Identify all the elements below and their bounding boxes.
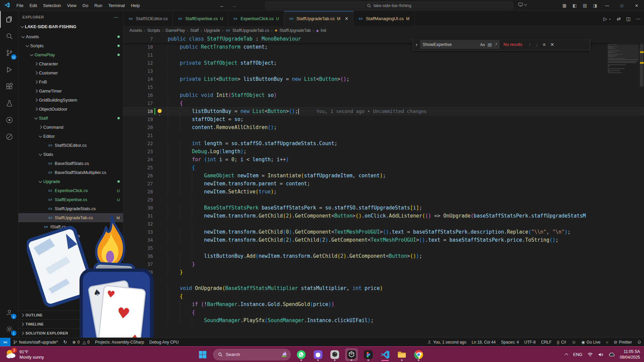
- code-line[interactable]: 31 newItem.transform.GetChild(2).GetComp…: [123, 212, 644, 220]
- code-line[interactable]: 36 listButtonBuy.Add(newItem.transform.G…: [123, 252, 644, 260]
- find-toggle-replace-icon[interactable]: ›: [413, 39, 420, 50]
- taskbar-app-chrome[interactable]: [412, 348, 425, 361]
- breadcrumb-item[interactable]: ◈Init: [316, 28, 326, 33]
- status-problems[interactable]: ⊗0△0: [70, 338, 93, 346]
- menu-terminal[interactable]: Terminal: [105, 0, 128, 11]
- tray-overflow-icon[interactable]: [565, 353, 568, 357]
- breadcrumb[interactable]: Assets›Scripts›GamePlay›Staff›Upgrade›C#…: [123, 26, 644, 35]
- status-git-branch[interactable]: feature/staff-upgrade*: [10, 338, 61, 346]
- code-editor[interactable]: 9 public GameObject staffUpgradeItem;10 …: [123, 35, 644, 338]
- breadcrumb-item[interactable]: ❖StaffUpgradeTab: [274, 28, 311, 33]
- menu-go[interactable]: Go: [79, 0, 91, 11]
- status-feedback[interactable]: ☺: [569, 338, 579, 346]
- status-prettier[interactable]: ⊘Prettier: [611, 338, 635, 346]
- activity-accounts-icon[interactable]: 1: [0, 304, 18, 321]
- breadcrumb-item[interactable]: Scripts: [147, 28, 160, 33]
- tree-item-gametimer[interactable]: GameTimer: [18, 86, 123, 96]
- status-debug-target[interactable]: Debug Any CPU: [147, 338, 181, 346]
- code-line[interactable]: 12 private StaffObject staffObject;: [123, 59, 644, 67]
- taskbar-app-vscode[interactable]: [379, 348, 391, 361]
- lightbulb-icon[interactable]: [158, 109, 162, 113]
- code-line[interactable]: 43 {: [123, 308, 644, 316]
- taskbar-app-whatsapp[interactable]: [295, 348, 308, 361]
- find-close-icon[interactable]: ✕: [550, 42, 554, 47]
- status-blame[interactable]: You, 1 second ago: [425, 338, 469, 346]
- command-center-search[interactable]: lake-side-bar-fishing: [265, 2, 513, 10]
- status-language-mode[interactable]: {}C#: [554, 338, 569, 346]
- tree-item-editor[interactable]: Editor: [18, 132, 123, 141]
- breadcrumb-item[interactable]: C#StaffUpgradeTab.cs: [225, 28, 269, 33]
- tree-item-character[interactable]: Character: [18, 59, 123, 68]
- activity-extension-circle-b-icon[interactable]: [0, 112, 18, 128]
- taskbar-app-github-desktop[interactable]: [312, 348, 324, 361]
- nav-forward-icon[interactable]: →: [231, 3, 236, 8]
- status-remote-indicator[interactable]: ><: [0, 338, 10, 346]
- close-button[interactable]: ✕: [629, 0, 644, 11]
- tree-item-upgrade[interactable]: Upgrade: [18, 177, 123, 186]
- minimize-button[interactable]: —: [600, 0, 614, 11]
- status-notifications[interactable]: [635, 338, 644, 346]
- menu-view[interactable]: View: [64, 0, 79, 11]
- wifi-icon[interactable]: [587, 352, 593, 357]
- menu-help[interactable]: Help: [128, 0, 143, 11]
- toggle-panel-icon[interactable]: ▤: [583, 3, 587, 8]
- tab-staffupgradetab.cs[interactable]: C#StaffUpgradeTab.csM✕: [284, 11, 354, 26]
- tab-expertiseclick.cs[interactable]: C#ExpertiseClick.csU: [228, 11, 284, 26]
- status-projects[interactable]: Projects: Assembly-CSharp: [92, 338, 147, 346]
- code-line[interactable]: 42 if (!BarManager.Instance.Gold.SpendGo…: [123, 300, 644, 308]
- more-actions-icon[interactable]: ⋯: [636, 16, 641, 21]
- code-line[interactable]: 44 SoundManager.PlaySfx(SoundManager.Ins…: [123, 316, 644, 324]
- maximize-button[interactable]: □: [614, 0, 629, 11]
- tree-item-basestaffstats.cs[interactable]: C#BaseStaffStats.cs: [18, 159, 123, 168]
- language-indicator[interactable]: ENG: [573, 352, 582, 357]
- code-line[interactable]: 27 newItem.transform.parent = content;: [123, 180, 644, 188]
- tree-item-staffupgradestats.cs[interactable]: C#StaffUpgradeStats.cs: [18, 204, 123, 213]
- code-line[interactable]: 30 BaseStaffStatsPerk baseStaffStatsPerk…: [123, 204, 644, 212]
- code-line[interactable]: 16 public void Init(StaffObject so): [123, 91, 644, 99]
- find-previous-icon[interactable]: ↑: [529, 42, 531, 47]
- tree-item-gameplay[interactable]: GamePlay: [18, 50, 123, 59]
- code-line[interactable]: 13: [123, 67, 644, 75]
- toggle-primary-sidebar-icon[interactable]: ◧: [573, 3, 577, 8]
- clock[interactable]: 11:05 SA 09/04/2025: [620, 349, 640, 360]
- tree-item-fnb[interactable]: FnB: [18, 77, 123, 86]
- activity-search-icon[interactable]: [0, 28, 18, 45]
- code-line[interactable]: 17 {: [123, 99, 644, 107]
- taskbar-app-windows-start[interactable]: [196, 348, 209, 361]
- code-line[interactable]: 18 listButtonBuy = new List<Button>();Yo…: [123, 107, 644, 115]
- find-in-selection-icon[interactable]: ≡: [543, 42, 545, 47]
- status-extension-circle[interactable]: ○: [603, 338, 611, 346]
- tree-item-customer[interactable]: Customer: [18, 68, 123, 77]
- code-line[interactable]: 15: [123, 83, 644, 91]
- find-input[interactable]: ShowExpertise Aa ab .*: [420, 40, 499, 49]
- status-sync[interactable]: ↻: [61, 338, 70, 346]
- vertical-scrollbar[interactable]: [639, 35, 644, 338]
- tab-staffsoeditor.cs[interactable]: C#StaffSOEditor.cs: [123, 11, 173, 26]
- activity-extensions-icon[interactable]: [0, 78, 18, 95]
- explorer-more-actions-icon[interactable]: ⋯: [114, 14, 119, 20]
- status-eol[interactable]: CRLF: [538, 338, 554, 346]
- menu-file[interactable]: File: [13, 0, 26, 11]
- code-line[interactable]: 11: [123, 51, 644, 59]
- profile-dropdown[interactable]: [518, 3, 527, 7]
- status-indentation[interactable]: Spaces: 4: [498, 338, 522, 346]
- tree-item-command[interactable]: Command: [18, 123, 123, 132]
- tree-item-scripts[interactable]: Scripts: [18, 41, 123, 50]
- code-line[interactable]: 24 for (int i = 0; i < length; i++): [123, 156, 644, 164]
- tree-item-staff[interactable]: Staff: [18, 114, 123, 123]
- taskbar-search[interactable]: Search: [213, 349, 291, 360]
- taskbar-app-unity-editor[interactable]: [345, 348, 358, 361]
- battery-cloud-icon[interactable]: [608, 352, 615, 357]
- menu-edit[interactable]: Edit: [26, 0, 40, 11]
- code-line[interactable]: 25 {: [123, 164, 644, 172]
- code-line[interactable]: 14 private List<Button> listButtonBuy = …: [123, 75, 644, 83]
- code-line[interactable]: 29: [123, 196, 644, 204]
- workspace-root-folder[interactable]: LAKE-SIDE-BAR-FISHING: [18, 23, 123, 31]
- find-next-icon[interactable]: ↓: [536, 42, 538, 47]
- activity-extension-circle-slash-icon[interactable]: [0, 128, 18, 145]
- activity-explorer-icon[interactable]: [0, 11, 18, 28]
- customize-layout-icon[interactable]: ▦: [562, 3, 567, 8]
- code-line[interactable]: 26 GameObject newItem = Instantiate(staf…: [123, 172, 644, 180]
- tab-close-icon[interactable]: ✕: [345, 16, 348, 21]
- taskbar-app-file-explorer[interactable]: [395, 348, 408, 361]
